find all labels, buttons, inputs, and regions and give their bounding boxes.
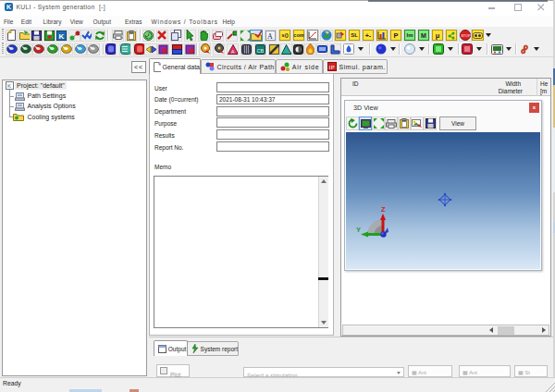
svg-text:K: K [59,31,65,40]
svg-text:Y: Y [356,226,361,234]
svg-text:IP: IP [329,65,336,70]
svg-text:CB: CB [257,47,265,53]
svg-text:A: A [267,32,273,41]
svg-text:Z: Z [381,205,386,214]
svg-text:K: K [7,83,11,89]
